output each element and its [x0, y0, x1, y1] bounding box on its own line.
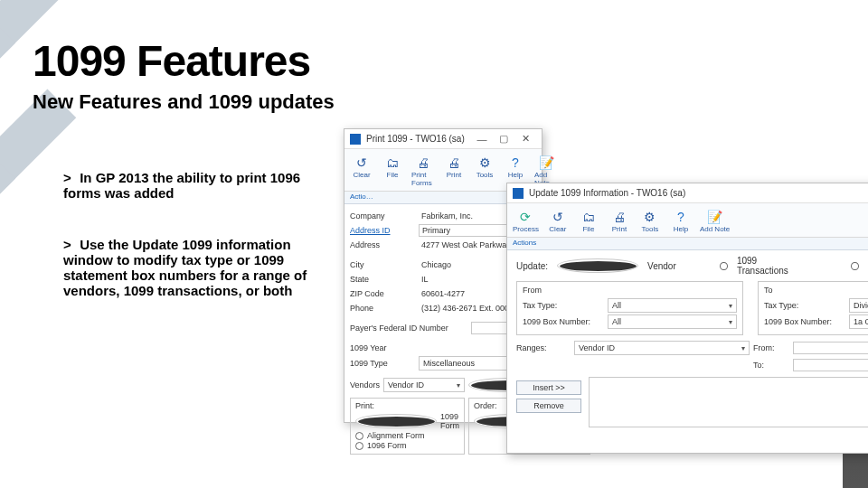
to-panel: To Tax Type: Dividend▾ 1099 Box Number: …	[758, 281, 868, 335]
file-button[interactable]: 🗂File	[575, 207, 602, 235]
update-vendor-radio[interactable]	[557, 258, 638, 273]
state-label: State	[350, 275, 415, 284]
address-label: Address	[350, 240, 415, 249]
toolbar-section-label: Actions	[507, 238, 868, 250]
update-choice-row: Update: Vendor 1099 Transactions Vendor …	[516, 256, 868, 276]
bullet-1-text: In GP 2013 the ability to print 1096 for…	[63, 170, 300, 201]
file-icon: 🗂	[580, 209, 597, 225]
to-box-select[interactable]: 1a Ordinary Dividends▾	[849, 314, 868, 329]
maximize-button[interactable]: ▢	[493, 131, 514, 147]
to-box-label: 1099 Box Number:	[764, 317, 845, 326]
to-title: To	[764, 286, 868, 295]
bullet-1: > In GP 2013 the ability to print 1096 f…	[63, 170, 326, 201]
print-fieldset-title: Print:	[355, 401, 459, 410]
update-titlebar[interactable]: Update 1099 Information - TWO16 (sa) — ▢…	[507, 183, 868, 203]
tools-button[interactable]: ⚙Tools	[637, 207, 664, 235]
restrictions-listbox[interactable]	[589, 377, 868, 427]
remove-button[interactable]: Remove	[516, 399, 581, 413]
print-1099-radio[interactable]	[355, 414, 437, 428]
slide-subtitle: New Features and 1099 updates	[33, 90, 335, 114]
update-toolbar: ⟳Process ↺Clear 🗂File 🖨Print ⚙Tools ?Hel…	[507, 203, 868, 238]
print-button[interactable]: 🖨Print	[440, 153, 467, 189]
app-icon	[513, 188, 524, 199]
undo-icon: ↺	[550, 209, 566, 225]
print-fieldset: Print: 1099 Form Alignment Form 1096 For…	[350, 398, 465, 455]
print-window-title: Print 1099 - TWO16 (sa)	[366, 134, 465, 144]
vendors-label: Vendors	[350, 380, 380, 389]
ranges-from-input[interactable]	[793, 342, 868, 354]
phone-label: Phone	[350, 304, 415, 313]
company-label: Company	[350, 211, 415, 221]
to-taxtype-label: Tax Type:	[764, 301, 845, 310]
bullet-list: > In GP 2013 the ability to print 1096 f…	[63, 170, 326, 334]
close-button[interactable]: ✕	[514, 131, 536, 147]
gear-icon: ⚙	[642, 209, 658, 225]
gear-icon: ⚙	[476, 155, 493, 171]
vendors-select[interactable]: Vendor ID▾	[383, 378, 465, 392]
update-label: Update:	[516, 261, 548, 271]
file-icon: 🗂	[384, 155, 401, 171]
process-button[interactable]: ⟳Process	[511, 207, 541, 235]
help-button[interactable]: ?Help	[667, 207, 694, 235]
ranges-row: Ranges: Vendor ID▾ From: 🔍 To: 🔍	[516, 341, 868, 371]
add-note-button[interactable]: 📝Add Note	[698, 207, 731, 235]
update-transactions-radio[interactable]	[720, 262, 728, 270]
printer-icon: 🖨	[611, 209, 627, 225]
note-icon: 📝	[538, 155, 554, 171]
ranges-field-select[interactable]: Vendor ID▾	[574, 341, 750, 355]
process-icon: ⟳	[517, 209, 533, 225]
file-button[interactable]: 🗂File	[379, 153, 406, 189]
printer-icon: 🖨	[415, 155, 431, 171]
chevron-down-icon: ▾	[457, 381, 460, 389]
ranges-from-label: From:	[753, 343, 789, 352]
print-alignment-radio[interactable]	[355, 432, 363, 440]
from-panel: From Tax Type: All▾ 1099 Box Number: All…	[516, 281, 743, 335]
update-window-title: Update 1099 Information - TWO16 (sa)	[529, 188, 685, 198]
ranges-label: Ranges:	[516, 343, 571, 352]
help-icon: ?	[507, 155, 524, 171]
zip-label: ZIP Code	[350, 289, 415, 298]
chevron-down-icon: ▾	[741, 344, 745, 352]
app-icon	[350, 134, 361, 145]
chevron-down-icon: ▾	[729, 318, 732, 326]
addressid-label[interactable]: Address ID	[350, 226, 415, 235]
bullet-2: > Use the Update 1099 information window…	[63, 237, 326, 298]
clear-button[interactable]: ↺Clear	[348, 153, 375, 189]
type-label: 1099 Type	[350, 359, 415, 368]
bullet-marker: >	[63, 170, 76, 185]
chevron-down-icon: ▾	[729, 302, 732, 310]
update-1099-window: Update 1099 Information - TWO16 (sa) — ▢…	[506, 183, 868, 454]
note-icon: 📝	[707, 209, 723, 225]
minimize-button[interactable]: —	[471, 131, 493, 147]
print-button[interactable]: 🖨Print	[606, 207, 633, 235]
print-titlebar[interactable]: Print 1099 - TWO16 (sa) — ▢ ✕	[344, 129, 542, 149]
city-label: City	[350, 260, 415, 269]
printer-icon: 🖨	[446, 155, 462, 171]
from-taxtype-label: Tax Type:	[523, 301, 604, 310]
bullet-marker: >	[63, 237, 76, 252]
print-1096-radio[interactable]	[355, 442, 363, 450]
slide-title: 1099 Features	[33, 36, 310, 86]
insert-button[interactable]: Insert >>	[516, 380, 581, 395]
ranges-to-label: To:	[753, 361, 789, 370]
ranges-to-input[interactable]	[793, 359, 868, 371]
help-icon: ?	[673, 209, 689, 225]
from-title: From	[523, 286, 737, 295]
payerfid-label: Payer's Federal ID Number	[350, 324, 467, 333]
print-forms-button[interactable]: 🖨Print Forms	[410, 153, 437, 189]
clear-button[interactable]: ↺Clear	[544, 207, 571, 235]
from-box-select[interactable]: All▾	[608, 314, 737, 329]
year-label: 1099 Year	[350, 343, 415, 352]
to-taxtype-select[interactable]: Dividend▾	[849, 298, 868, 313]
tools-button[interactable]: ⚙Tools	[471, 153, 498, 189]
undo-icon: ↺	[354, 155, 370, 171]
bullet-2-text: Use the Update 1099 information window t…	[63, 237, 307, 298]
from-box-label: 1099 Box Number:	[523, 317, 604, 326]
update-both-radio[interactable]	[851, 262, 859, 270]
from-taxtype-select[interactable]: All▾	[608, 298, 737, 313]
